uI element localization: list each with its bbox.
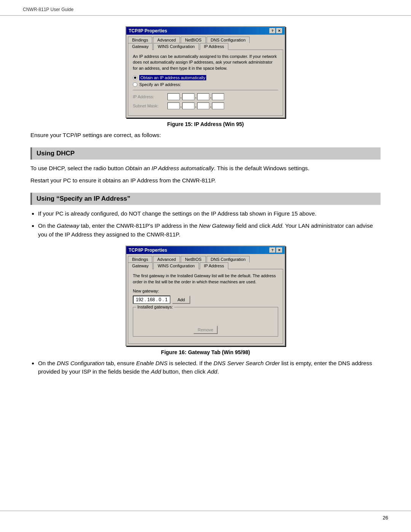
bullet-item-2: On the Gateway tab, enter the CNWR-811P'… [38,222,381,239]
close-button-fig16[interactable]: ✕ [276,248,282,253]
remove-gateway-button[interactable]: Remove [193,326,218,334]
header-title: CNWR-811P User Guide [23,7,73,12]
tab-netbios-fig15[interactable]: NetBIOS [181,37,206,43]
bullet-list-2: On the DNS Configuration tab, ensure Ena… [38,359,381,376]
dns-config-ref: DNS Configuration [57,360,104,366]
new-gateway-field-ref: New Gateway [199,222,234,229]
subnet-field-group-fig15: Subnet Mask: . . . [133,102,278,109]
bullet-item-1: If your PC is already configured, do NOT… [38,209,381,218]
dialog-titlebar-fig15: TCP/IP Properties ? ✕ [126,27,285,35]
figure-16-container: TCP/IP Properties ? ✕ Bindings Advanced … [30,246,381,355]
titlebar-buttons-fig16: ? ✕ [269,248,282,253]
ip-inputs-fig15: . . . [167,93,224,100]
radio-auto-label-fig15: Obtain an IP address automatically [139,75,206,80]
radio-specify-label-fig15: Specify an IP address: [139,82,181,87]
section-specify-title: Using “Specify an IP Address” [37,195,131,202]
tab-wins-fig15[interactable]: WINS Configuration [153,43,199,50]
section-dhcp-header: Using DHCP [30,147,381,160]
dialog-tcpip-fig15: TCP/IP Properties ? ✕ Bindings Advanced … [126,26,285,118]
ip-octet4-fig15[interactable] [212,93,224,100]
radio-auto-indicator-fig15 [133,75,137,80]
subnet-inputs-fig15: . . . [167,102,224,109]
gateway-input-row: 192 . 168 . 0 . 1 Add [133,296,278,304]
page-footer: 26 [0,511,411,524]
dhcp-para2: Restart your PC to ensure it obtains an … [30,176,381,185]
tab-ipaddress-fig15[interactable]: IP Address [200,43,228,50]
ip-octet3-fig15[interactable] [197,93,209,100]
specify-bullet-list: If your PC is already configured, do NOT… [38,209,381,239]
dialog-content-fig16: The first gateway in the Installed Gatew… [128,269,283,344]
dhcp-italic: Obtain an IP Address automatically [125,165,214,171]
content-area: TCP/IP Properties ? ✕ Bindings Advanced … [0,16,411,403]
tab-bindings-fig15[interactable]: Bindings [128,37,152,43]
radio-specify-indicator-fig15 [133,82,137,87]
dialog-body-text-fig15: An IP address can be automatically assig… [133,54,278,71]
tab-gateway-fig16[interactable]: Gateway [128,262,153,269]
tab-dns-config-fig16[interactable]: DNS Configuration [207,256,250,262]
subnet-octet4-fig15[interactable] [212,102,224,109]
tab-ipaddress-fig16[interactable]: IP Address [200,262,228,269]
tab-bindings-fig16[interactable]: Bindings [128,256,152,262]
installed-gateways-box: Installed gateways: Remove [133,307,278,337]
add-btn-ref: Add [151,368,161,375]
installed-gateways-label: Installed gateways: [136,305,174,309]
gateway-value-box[interactable]: 192 . 168 . 0 . 1 [133,296,170,304]
add-action-ref: Add [207,368,217,375]
dns-search-order-ref: DNS Server Search Order [213,360,280,366]
section-specify-header: Using “Specify an IP Address” [30,193,381,205]
tab-advanced-fig15[interactable]: Advanced [153,37,180,43]
dialog-titlebar-fig16: TCP/IP Properties ? ✕ [126,246,285,254]
installed-gateways-list [137,310,274,324]
dialog-title-fig15: TCP/IP Properties [129,28,167,34]
new-gateway-label: New gateway: [133,289,278,293]
tabs-row1-fig15: Bindings Advanced NetBIOS DNS Configurat… [126,35,285,43]
tab-dns-config-fig15[interactable]: DNS Configuration [207,37,250,43]
dialog-tcpip-fig16: TCP/IP Properties ? ✕ Bindings Advanced … [126,246,285,346]
tab-wins-fig16[interactable]: WINS Configuration [153,262,199,269]
page-header: CNWR-811P User Guide [0,0,411,16]
page-number: 26 [383,515,388,521]
subnet-octet1-fig15[interactable] [167,102,180,109]
dialog-title-fig16: TCP/IP Properties [129,248,167,253]
page-wrapper: CNWR-811P User Guide TCP/IP Properties ?… [0,0,411,532]
separator-fig15 [133,90,278,90]
help-button-fig15[interactable]: ? [269,28,276,34]
figure-16-caption: Figure 16: Gateway Tab (Win 95/98) [161,349,250,355]
dhcp-para1: To use DHCP, select the radio button Obt… [30,164,381,173]
ip-octet1-fig15[interactable] [167,93,180,100]
radio-specify-fig15[interactable]: Specify an IP address: [133,82,278,87]
ip-label-fig15: IP Address: [133,94,165,99]
radio-auto-fig15[interactable]: Obtain an IP address automatically [133,75,278,80]
tab-netbios-fig16[interactable]: NetBIOS [181,256,206,262]
subnet-octet3-fig15[interactable] [197,102,209,109]
figure-15-container: TCP/IP Properties ? ✕ Bindings Advanced … [30,26,381,127]
tabs-row2-fig15: Gateway WINS Configuration IP Address [126,43,285,50]
bullet-item-3: On the DNS Configuration tab, ensure Ena… [38,359,381,376]
dialog-content-fig15: An IP address can be automatically assig… [128,50,283,116]
titlebar-buttons-fig15: ? ✕ [269,28,282,34]
tab-advanced-fig16[interactable]: Advanced [153,256,180,262]
gateway-value: 192 . 168 . 0 . 1 [136,297,167,302]
tabs-row2-fig16: Gateway WINS Configuration IP Address [126,262,285,269]
subnet-octet2-fig15[interactable] [182,102,194,109]
close-button-fig15[interactable]: ✕ [276,28,282,34]
tab-gateway-fig15[interactable]: Gateway [128,43,153,50]
radio-group-fig15: Obtain an IP address automatically Speci… [133,75,278,87]
intro-text: Ensure your TCP/IP settings are correct,… [30,131,381,140]
add-ref: Add [272,222,282,229]
enable-dns-ref: Enable DNS [136,360,168,366]
figure-15-caption: Figure 15: IP Address (Win 95) [167,121,244,127]
add-gateway-button[interactable]: Add [172,296,190,304]
remove-btn-container: Remove [137,326,274,334]
tabs-row1-fig16: Bindings Advanced NetBIOS DNS Configurat… [126,254,285,262]
help-button-fig16[interactable]: ? [269,248,276,253]
ip-field-group-fig15: IP Address: . . . [133,93,278,100]
dialog-body-text-fig16: The first gateway in the Installed Gatew… [133,273,278,285]
gateway-tab-ref: Gateway [57,222,79,229]
subnet-label-fig15: Subnet Mask: [133,104,165,108]
ip-octet2-fig15[interactable] [182,93,194,100]
section-dhcp-title: Using DHCP [37,150,75,157]
